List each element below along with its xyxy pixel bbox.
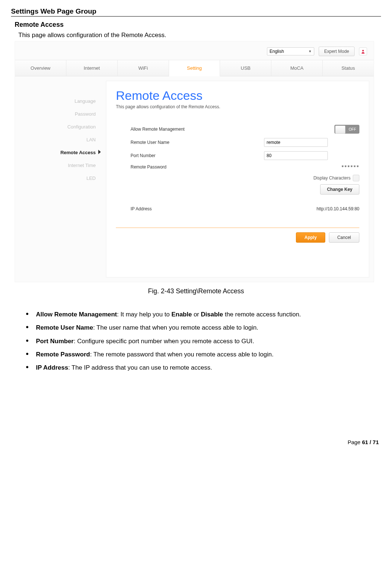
expert-mode-button[interactable]: Expert Mode <box>319 47 355 56</box>
allow-remote-toggle[interactable]: OFF <box>334 125 359 134</box>
sidebar-item-remote-access[interactable]: Remote Access <box>15 146 96 159</box>
port-label: Port Number <box>131 153 264 158</box>
change-key-button[interactable]: Change Key <box>320 184 359 195</box>
apply-button[interactable]: Apply <box>296 232 325 243</box>
sidebar-item-lan[interactable]: LAN <box>15 133 96 146</box>
router-ui-screenshot: English ▼ Expert Mode Overview Internet … <box>15 41 374 282</box>
display-chars-label: Display Characters <box>314 175 351 181</box>
main-area: Language Password Configuration LAN Remo… <box>15 76 374 282</box>
tab-status[interactable]: Status <box>323 60 374 76</box>
action-row: Apply Cancel <box>116 232 359 243</box>
content-title: Remote Access <box>116 88 359 103</box>
cancel-button[interactable]: Cancel <box>329 232 359 243</box>
content-subtitle: This page allows configuration of the Re… <box>116 104 359 109</box>
bullet-allow-remote: Allow Remote Management: It may help you… <box>26 310 381 319</box>
bullet-port: Port Number: Configure specific port num… <box>26 337 381 346</box>
top-bar: English ▼ Expert Mode <box>15 41 374 60</box>
row-allow-remote: Allow Remote Management OFF <box>116 123 359 136</box>
bullet-password: Remote Password: The remote password tha… <box>26 350 381 359</box>
chevron-down-icon: ▼ <box>308 50 312 53</box>
ip-value: http://10.10.144.59:80 <box>316 206 359 211</box>
password-label: Remote Password <box>131 164 264 170</box>
tab-setting[interactable]: Setting <box>169 60 220 76</box>
bullet-list: Allow Remote Management: It may help you… <box>11 310 381 373</box>
content-panel: Remote Access This page allows configura… <box>106 81 369 277</box>
footer-label: Page <box>348 439 360 445</box>
row-display-chars: Display Characters <box>116 172 359 184</box>
password-masked: ****** <box>341 164 359 170</box>
sidebar-item-configuration[interactable]: Configuration <box>15 120 96 133</box>
row-username: Remote User Name <box>116 136 359 149</box>
username-label: Remote User Name <box>131 140 264 145</box>
figure-caption: Fig. 2-43 Setting\Remote Access <box>11 287 381 295</box>
page-header: Settings Web Page Group <box>11 7 381 17</box>
allow-remote-label: Allow Remote Management <box>131 127 264 132</box>
language-select[interactable]: English ▼ <box>267 47 314 55</box>
tab-wifi[interactable]: WiFi <box>118 60 169 76</box>
bullet-ip: IP Address: The IP address that you can … <box>26 363 381 373</box>
footer-page: 61 / 71 <box>362 439 379 445</box>
row-ip-address: IP Address http://10.10.144.59:80 <box>116 204 359 214</box>
sidebar-item-led[interactable]: LED <box>15 172 96 185</box>
tab-overview[interactable]: Overview <box>15 60 66 76</box>
port-input[interactable] <box>264 151 328 160</box>
display-chars-checkbox[interactable] <box>353 175 359 181</box>
language-value: English <box>270 49 284 54</box>
subsection-title: Remote Access <box>15 21 381 29</box>
divider <box>116 228 359 228</box>
bullet-username: Remote User Name: The user name that whe… <box>26 323 381 333</box>
page-footer: Page 61 / 71 <box>11 439 381 445</box>
sidebar: Language Password Configuration LAN Remo… <box>15 76 106 282</box>
tab-moca[interactable]: MoCA <box>271 60 323 76</box>
user-icon[interactable] <box>359 47 367 55</box>
tab-usb[interactable]: USB <box>220 60 271 76</box>
sidebar-item-internet-time[interactable]: Internet Time <box>15 159 96 172</box>
ip-label: IP Address <box>131 206 316 211</box>
sidebar-item-password[interactable]: Password <box>15 108 96 120</box>
row-port: Port Number <box>116 149 359 162</box>
toggle-state: OFF <box>349 127 356 131</box>
intro-text: This page allows configuration of the Re… <box>18 32 381 39</box>
svg-point-0 <box>362 50 364 51</box>
page-title: Settings Web Page Group <box>11 7 381 15</box>
username-input[interactable] <box>264 138 328 147</box>
row-password: Remote Password ****** <box>116 162 359 172</box>
tab-internet[interactable]: Internet <box>66 60 118 76</box>
sidebar-item-language[interactable]: Language <box>15 95 96 108</box>
nav-tabs: Overview Internet WiFi Setting USB MoCA … <box>15 60 374 76</box>
